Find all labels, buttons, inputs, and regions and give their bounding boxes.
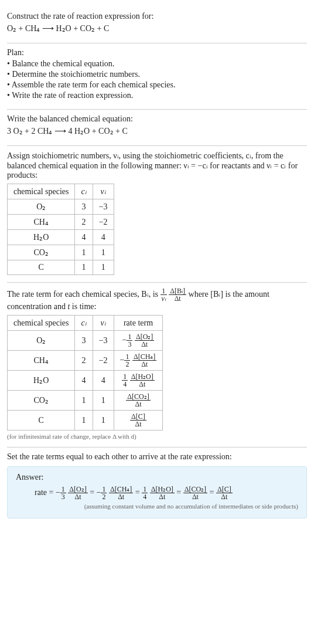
plan-item: • Determine the stoichiometric numbers. bbox=[7, 69, 307, 80]
table-row: C11 bbox=[8, 260, 114, 275]
title: Construct the rate of reaction expressio… bbox=[7, 12, 307, 21]
problem-statement: Construct the rate of reaction expressio… bbox=[7, 7, 307, 43]
col-ci: cᵢ bbox=[75, 184, 93, 199]
infinitesimal-note: (for infinitesimal rate of change, repla… bbox=[7, 433, 307, 440]
stoich-section: Assign stoichiometric numbers, νᵢ, using… bbox=[7, 146, 307, 282]
plan-heading: Plan: bbox=[7, 48, 307, 57]
frac-1-over-vi: 1 νᵢ bbox=[161, 287, 167, 302]
stoich-table: chemical species cᵢ νᵢ O₂3−3 CH₄2−2 H₂O4… bbox=[7, 184, 114, 275]
stoich-intro: Assign stoichiometric numbers, νᵢ, using… bbox=[7, 151, 307, 180]
assumption-note: (assuming constant volume and no accumul… bbox=[16, 503, 298, 510]
table-row: O₂3−3 bbox=[8, 199, 114, 215]
plan-section: Plan: • Balance the chemical equation. •… bbox=[7, 43, 307, 109]
table-row: CO₂11 bbox=[8, 245, 114, 260]
answer-equation: rate = −13 Δ[O₂]Δt = −12 Δ[CH₄]Δt = 14 Δ… bbox=[16, 486, 298, 500]
plan-item: • Write the rate of reaction expression. bbox=[7, 90, 307, 101]
table-row: H₂O4414 Δ[H₂O]Δt bbox=[8, 371, 163, 391]
col-vi: νᵢ bbox=[93, 184, 114, 199]
table-header-row: chemical species cᵢ νᵢ bbox=[8, 184, 114, 199]
answer-label: Answer: bbox=[16, 473, 298, 482]
rate-section: The rate term for each chemical species,… bbox=[7, 283, 307, 447]
unbalanced-equation: O₂ + CH₄ ⟶ H₂O + CO₂ + C bbox=[7, 21, 307, 36]
set-equal-text: Set the rate terms equal to each other t… bbox=[7, 452, 307, 462]
plan-list: • Balance the chemical equation. • Deter… bbox=[7, 57, 307, 102]
rate-table: chemical species cᵢ νᵢ rate term O₂3−3−1… bbox=[7, 315, 163, 431]
final-section: Set the rate terms equal to each other t… bbox=[7, 448, 307, 526]
balanced-section: Write the balanced chemical equation: 3 … bbox=[7, 110, 307, 145]
plan-item: • Balance the chemical equation. bbox=[7, 59, 307, 69]
table-row: O₂3−3−13 Δ[O₂]Δt bbox=[8, 331, 163, 351]
table-row: H₂O44 bbox=[8, 230, 114, 245]
plan-item: • Assemble the rate term for each chemic… bbox=[7, 80, 307, 90]
table-header-row: chemical species cᵢ νᵢ rate term bbox=[8, 316, 163, 331]
table-row: CH₄2−2 bbox=[8, 215, 114, 230]
balanced-heading: Write the balanced chemical equation: bbox=[7, 114, 307, 124]
table-row: C11Δ[C]Δt bbox=[8, 411, 163, 431]
table-row: CH₄2−2−12 Δ[CH₄]Δt bbox=[8, 351, 163, 371]
frac-dBi-dt: Δ[Bᵢ] Δt bbox=[169, 287, 186, 302]
rate-intro: The rate term for each chemical species,… bbox=[7, 287, 307, 311]
balanced-equation: 3 O₂ + 2 CH₄ ⟶ 4 H₂O + CO₂ + C bbox=[7, 124, 307, 138]
table-row: CO₂11Δ[CO₂]Δt bbox=[8, 391, 163, 411]
col-species: chemical species bbox=[8, 184, 75, 199]
answer-box: Answer: rate = −13 Δ[O₂]Δt = −12 Δ[CH₄]Δ… bbox=[7, 466, 307, 518]
